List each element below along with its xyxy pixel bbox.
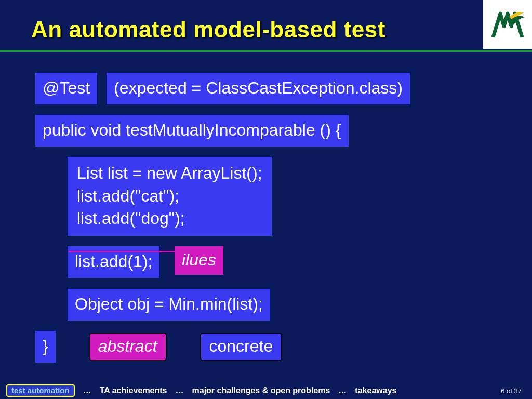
footer-item: major challenges & open problems [192, 386, 330, 395]
legend-abstract: abstract [89, 332, 167, 361]
code-line: list.add("cat"); [77, 187, 179, 205]
footer-item: TA achievements [100, 386, 167, 395]
legend-concrete: concrete [200, 332, 283, 361]
footer-separator: … [176, 386, 184, 395]
pink-underline-decoration [69, 251, 214, 252]
footer-current-section: test automation [6, 384, 75, 397]
method-signature: public void testMutuallyIncomparable () … [35, 115, 349, 147]
code-row-close-and-legend: } abstract concrete [35, 331, 532, 363]
code-row-call-min: Object obj = Min.min(list); [68, 289, 532, 321]
code-row-signature: public void testMutuallyIncomparable () … [35, 115, 532, 147]
code-line: List list = new ArrayList(); [77, 164, 262, 182]
slide-header: An automated model-based test [0, 0, 532, 52]
code-row-annotation: @Test (expected = ClassCastException.cla… [35, 73, 532, 104]
page-number: 6 of 37 [501, 387, 526, 395]
call-min: Object obj = Min.min(list); [68, 289, 270, 321]
annotation-expected: (expected = ClassCastException.class) [107, 73, 410, 104]
code-row-list-setup: List list = new ArrayList(); list.add("c… [68, 157, 532, 236]
footer-item: takeaways [355, 386, 396, 395]
slide-title: An automated model-based test [0, 0, 532, 43]
annotation-test: @Test [35, 73, 97, 104]
list-setup-block: List list = new ArrayList(); list.add("c… [68, 157, 272, 236]
gmu-logo-icon [489, 6, 526, 43]
close-brace: } [35, 331, 56, 363]
university-logo [483, 0, 532, 49]
footer-separator: … [83, 386, 91, 395]
footer-separator: … [338, 386, 347, 395]
slide-footer: test automation … TA achievements … majo… [0, 382, 532, 399]
code-line: list.add("dog"); [77, 209, 185, 228]
slide-content: @Test (expected = ClassCastException.cla… [0, 73, 532, 363]
